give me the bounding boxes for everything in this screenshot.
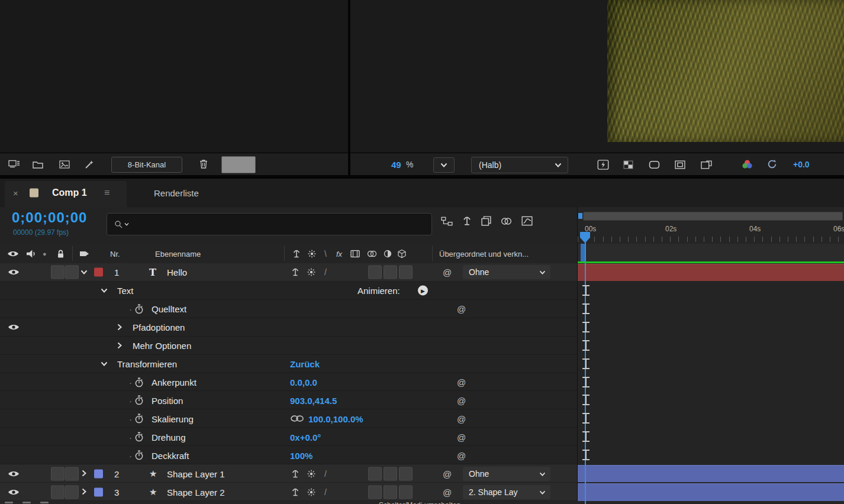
property-label[interactable]: Deckkraft xyxy=(152,450,189,460)
new-viewer-icon[interactable] xyxy=(701,160,712,169)
pickwhip-icon[interactable]: @ xyxy=(457,377,466,387)
group-row-transformieren[interactable]: Transformieren Zurück xyxy=(0,355,844,373)
render-queue-tab[interactable]: Renderliste xyxy=(154,188,199,198)
shy-toggle-icon[interactable] xyxy=(291,469,299,478)
quality-toggle-icon[interactable]: / xyxy=(324,487,327,497)
chevron-down-icon[interactable] xyxy=(80,270,88,274)
stopwatch-icon[interactable] xyxy=(135,377,143,387)
stopwatch-icon[interactable] xyxy=(135,395,143,405)
toggle-box[interactable] xyxy=(51,266,65,279)
parent-dropdown[interactable]: Ohne xyxy=(463,467,550,481)
layer-row-hello[interactable]: 1 T Hello / @ Ohne xyxy=(0,263,844,282)
pickwhip-icon[interactable]: @ xyxy=(457,304,466,314)
comp-tab-label[interactable]: Comp 1 xyxy=(52,188,87,198)
group-label[interactable]: Transformieren xyxy=(117,359,177,369)
shy-toggle-icon[interactable] xyxy=(291,268,299,277)
region-of-interest-icon[interactable] xyxy=(649,160,660,169)
toggle-box[interactable] xyxy=(399,266,413,279)
chevron-right-icon[interactable] xyxy=(82,470,86,477)
shy-toggle-icon[interactable] xyxy=(291,487,299,496)
chevron-right-icon[interactable] xyxy=(117,324,122,331)
toggle-box[interactable] xyxy=(65,485,79,499)
animate-menu-icon[interactable]: ▶ xyxy=(418,286,428,296)
zoom-value[interactable]: 49 xyxy=(391,160,401,170)
pickwhip-icon[interactable]: @ xyxy=(443,487,452,497)
layer-duration-bar[interactable] xyxy=(578,465,844,482)
panel-menu-icon[interactable]: ≡ xyxy=(104,188,109,198)
pickwhip-icon[interactable]: @ xyxy=(443,267,452,277)
chevron-right-icon[interactable] xyxy=(117,342,122,349)
reset-link[interactable]: Zurück xyxy=(290,359,320,369)
layer-row-shape2[interactable]: 3 ★ Shape Layer 2 / @ 2. Shape Lay xyxy=(0,483,844,501)
wand-icon[interactable] xyxy=(85,160,94,169)
pickwhip-icon[interactable]: @ xyxy=(443,469,452,479)
exposure-value[interactable]: +0.0 xyxy=(793,160,810,169)
property-row-quelltext[interactable]: · Quelltext @ xyxy=(0,300,844,318)
toggle-box[interactable] xyxy=(368,485,382,499)
pickwhip-icon[interactable]: @ xyxy=(457,395,466,405)
current-time-indicator-line[interactable] xyxy=(585,234,586,504)
property-row-ankerpunkt[interactable]: · Ankerpunkt 0.0,0.0 @ xyxy=(0,373,844,392)
stopwatch-icon[interactable] xyxy=(135,304,143,314)
eye-column-icon[interactable] xyxy=(7,250,19,258)
quality-toggle-icon[interactable]: / xyxy=(324,469,327,479)
fx-column-icon[interactable]: fx xyxy=(336,249,342,258)
frame-blend-icon[interactable] xyxy=(481,216,491,226)
zoom-dropdown-button[interactable] xyxy=(433,157,455,173)
title-safe-icon[interactable] xyxy=(675,160,685,169)
collapse-toggle-icon[interactable] xyxy=(307,268,315,276)
group-row-pfadoptionen[interactable]: Pfadoptionen xyxy=(0,318,844,337)
property-label[interactable]: Skalierung xyxy=(152,413,194,424)
quality-column-icon[interactable]: \ xyxy=(324,249,327,259)
collapse-toggle-icon[interactable] xyxy=(307,488,315,496)
layer-color-swatch[interactable] xyxy=(94,268,103,277)
group-label[interactable]: Mehr Optionen xyxy=(133,341,191,351)
pickwhip-icon[interactable]: @ xyxy=(457,432,466,442)
toggle-box[interactable] xyxy=(65,266,79,279)
solo-column-icon[interactable]: ● xyxy=(43,250,47,257)
property-label[interactable]: Drehung xyxy=(152,432,186,442)
toggle-box[interactable] xyxy=(384,485,397,499)
group-row-text[interactable]: Text Animieren: ▶ xyxy=(0,282,844,300)
layer-color-swatch[interactable] xyxy=(94,487,103,496)
bit-depth-button[interactable]: 8-Bit-Kanal xyxy=(111,157,182,173)
eye-icon[interactable] xyxy=(8,268,20,276)
layer-duration-bar[interactable] xyxy=(578,483,844,501)
eye-icon[interactable] xyxy=(8,488,20,496)
toggle-box[interactable] xyxy=(51,467,65,480)
property-value[interactable]: 0.0,0.0 xyxy=(290,377,317,387)
eye-icon[interactable] xyxy=(8,323,20,331)
layer-duration-bar[interactable] xyxy=(578,264,844,281)
property-value[interactable]: 100.0,100.0% xyxy=(308,413,363,424)
group-row-mehr-optionen[interactable]: Mehr Optionen xyxy=(0,337,844,355)
parent-column-label[interactable]: Übergeordnet und verkn... xyxy=(439,249,529,258)
render-queue-icon[interactable] xyxy=(8,160,20,169)
close-icon[interactable]: × xyxy=(13,188,18,198)
transparency-grid-icon[interactable] xyxy=(623,160,633,169)
layer-row-shape1[interactable]: 2 ★ Shape Layer 1 / @ Ohne xyxy=(0,464,844,483)
comp-mini-flowchart-icon[interactable] xyxy=(441,217,453,226)
draft-3d-icon[interactable] xyxy=(462,216,472,226)
label-column-icon[interactable] xyxy=(79,250,89,257)
stopwatch-icon[interactable] xyxy=(135,450,143,460)
layer-name-column-label[interactable]: Ebenenname xyxy=(155,249,201,258)
parent-dropdown[interactable]: Ohne xyxy=(463,265,550,279)
toggle-box[interactable] xyxy=(399,485,413,499)
group-label[interactable]: Text xyxy=(117,286,134,296)
frame-blend-column-icon[interactable] xyxy=(350,250,360,257)
property-value[interactable]: 903.0,414.5 xyxy=(290,395,337,405)
toggle-box[interactable] xyxy=(384,467,397,480)
property-label[interactable]: Quelltext xyxy=(152,304,186,314)
channel-icon[interactable] xyxy=(742,159,753,169)
property-label[interactable]: Position xyxy=(152,395,183,405)
time-ruler[interactable]: 00s 02s 04s 06s xyxy=(577,207,844,244)
toggle-box[interactable] xyxy=(384,266,397,279)
number-column-label[interactable]: Nr. xyxy=(110,249,120,258)
graph-editor-icon[interactable] xyxy=(521,216,533,226)
property-label[interactable]: Ankerpunkt xyxy=(152,377,196,387)
fast-preview-icon[interactable] xyxy=(597,160,609,170)
layer-color-swatch[interactable] xyxy=(94,469,103,478)
current-timecode[interactable]: 0;00;00;00 xyxy=(12,209,87,226)
group-label[interactable]: Pfadoptionen xyxy=(133,322,185,332)
property-row-drehung[interactable]: · Drehung 0x+0.0° @ xyxy=(0,428,844,446)
